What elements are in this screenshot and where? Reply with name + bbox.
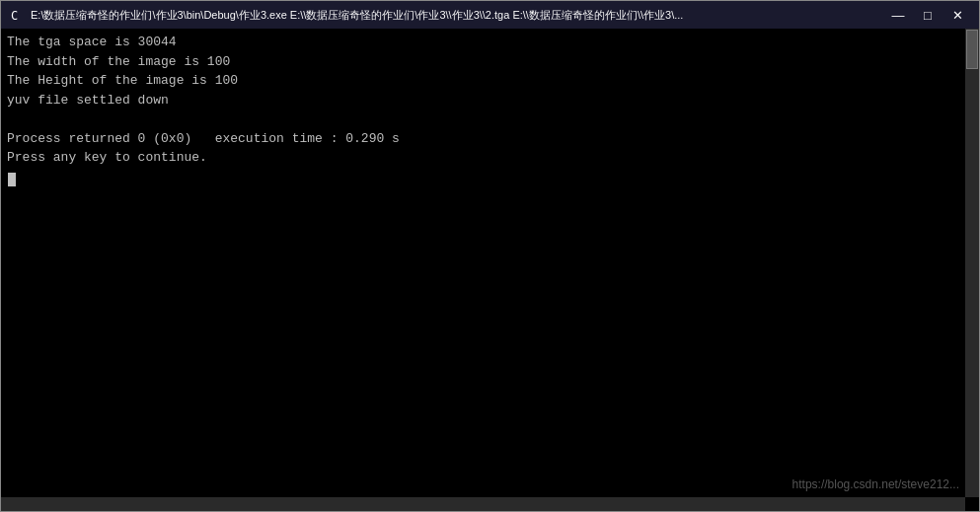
scrollbar-thumb-vertical[interactable] [966,30,978,69]
title-bar-text: E:\数据压缩奇怪的作业们\作业3\bin\Debug\作业3.exe E:\\… [31,8,876,23]
minimize-button[interactable]: — [884,5,912,25]
scrollbar-vertical[interactable] [965,29,979,497]
scrollbar-horizontal[interactable] [1,497,965,511]
watermark-text: https://blog.csdn.net/steve212... [792,477,959,491]
cursor-blink [8,173,16,186]
window-icon: C [9,7,25,23]
maximize-button[interactable]: □ [914,5,942,25]
console-body[interactable]: The tga space is 30044 The width of the … [1,29,979,511]
console-window: C E:\数据压缩奇怪的作业们\作业3\bin\Debug\作业3.exe E:… [0,0,980,512]
title-bar: C E:\数据压缩奇怪的作业们\作业3\bin\Debug\作业3.exe E:… [1,1,979,29]
console-output: The tga space is 30044 The width of the … [7,33,973,186]
close-button[interactable]: ✕ [943,5,971,25]
window-controls: — □ ✕ [884,5,971,25]
svg-text:C: C [11,9,18,23]
